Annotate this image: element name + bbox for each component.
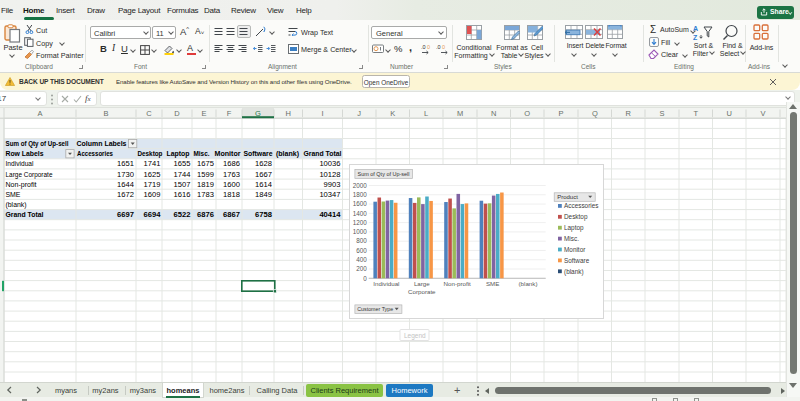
svg-text:1600: 1600 bbox=[223, 180, 240, 189]
svg-text:1655: 1655 bbox=[174, 159, 191, 168]
svg-text:1800: 1800 bbox=[352, 190, 367, 197]
svg-text:Desktop: Desktop bbox=[138, 149, 163, 158]
svg-text:1651: 1651 bbox=[117, 159, 134, 168]
svg-text:(blank): (blank) bbox=[276, 149, 299, 158]
svg-text:1672: 1672 bbox=[117, 190, 134, 199]
svg-text:L: L bbox=[424, 109, 428, 118]
svg-text:Monitor: Monitor bbox=[564, 245, 586, 252]
svg-text:1730: 1730 bbox=[117, 170, 134, 179]
svg-text:E: E bbox=[201, 109, 206, 118]
svg-text:Individual: Individual bbox=[373, 280, 399, 287]
svg-text:1763: 1763 bbox=[223, 170, 240, 179]
svg-text:6697: 6697 bbox=[117, 210, 134, 219]
svg-text:SME: SME bbox=[486, 280, 499, 287]
svg-text:D: D bbox=[174, 109, 180, 118]
svg-text:Grand Total: Grand Total bbox=[304, 149, 342, 158]
svg-text:Desktop: Desktop bbox=[564, 213, 588, 221]
svg-text:1744: 1744 bbox=[174, 170, 191, 179]
svg-text:Software: Software bbox=[564, 256, 590, 263]
svg-text:Non-profit: Non-profit bbox=[443, 280, 470, 287]
svg-text:Accessories: Accessories bbox=[77, 149, 113, 158]
svg-text:10036: 10036 bbox=[319, 159, 340, 168]
svg-text:1783: 1783 bbox=[197, 190, 214, 199]
svg-text:Monitor: Monitor bbox=[215, 149, 241, 158]
svg-text:F: F bbox=[227, 109, 232, 118]
svg-text:A: A bbox=[693, 25, 698, 32]
svg-text:Large Corporate: Large Corporate bbox=[6, 170, 53, 179]
svg-text:1818: 1818 bbox=[223, 190, 240, 199]
svg-text:.0: .0 bbox=[421, 44, 426, 50]
svg-text:1819: 1819 bbox=[197, 180, 214, 189]
svg-text:0: 0 bbox=[363, 274, 367, 281]
svg-text:0: 0 bbox=[442, 44, 445, 50]
svg-text:Product: Product bbox=[557, 194, 578, 200]
svg-text:Sum of Qty of Up-sell: Sum of Qty of Up-sell bbox=[6, 139, 69, 148]
svg-text:1609: 1609 bbox=[144, 190, 161, 199]
svg-text:.0: .0 bbox=[436, 44, 441, 50]
svg-text:1719: 1719 bbox=[144, 180, 161, 189]
svg-text:Sum of Qty of Up-sell: Sum of Qty of Up-sell bbox=[357, 171, 409, 177]
svg-text:Q: Q bbox=[592, 109, 598, 118]
svg-text:9903: 9903 bbox=[324, 180, 341, 189]
svg-text:800: 800 bbox=[356, 237, 367, 244]
svg-text:200: 200 bbox=[356, 265, 367, 272]
svg-text:1599: 1599 bbox=[197, 170, 214, 179]
svg-text:1675: 1675 bbox=[197, 159, 214, 168]
svg-text:T: T bbox=[694, 109, 699, 118]
svg-text:1628: 1628 bbox=[255, 159, 272, 168]
svg-text:1644: 1644 bbox=[117, 180, 134, 189]
svg-text:Software: Software bbox=[244, 149, 273, 158]
svg-text:M: M bbox=[457, 109, 463, 118]
svg-text:Individual: Individual bbox=[6, 159, 34, 168]
svg-text:A: A bbox=[37, 109, 42, 118]
svg-text:1200: 1200 bbox=[352, 218, 367, 225]
svg-text:Misc.: Misc. bbox=[194, 149, 210, 158]
svg-text:1686: 1686 bbox=[223, 159, 240, 168]
svg-text:Non-profit: Non-profit bbox=[6, 180, 38, 189]
svg-text:Corporate: Corporate bbox=[408, 287, 436, 294]
svg-text:Accessories: Accessories bbox=[564, 202, 598, 209]
svg-text:N: N bbox=[491, 109, 496, 118]
svg-text:1600: 1600 bbox=[352, 200, 367, 207]
svg-text:B: B bbox=[103, 109, 108, 118]
svg-text:400: 400 bbox=[356, 255, 367, 262]
svg-text:K: K bbox=[390, 109, 395, 118]
svg-text:Z: Z bbox=[693, 34, 698, 41]
svg-text:6867: 6867 bbox=[223, 210, 240, 219]
svg-text:Row Labels: Row Labels bbox=[6, 149, 44, 158]
svg-text:H: H bbox=[285, 109, 290, 118]
svg-text:1616: 1616 bbox=[174, 190, 191, 199]
svg-text:2000: 2000 bbox=[352, 181, 367, 188]
svg-text:J: J bbox=[357, 109, 361, 118]
svg-text:V: V bbox=[760, 109, 765, 118]
svg-text:1507: 1507 bbox=[174, 180, 191, 189]
svg-text:0: 0 bbox=[427, 44, 430, 50]
svg-text:S: S bbox=[659, 109, 664, 118]
svg-text:1849: 1849 bbox=[255, 190, 272, 199]
svg-text:1625: 1625 bbox=[144, 170, 161, 179]
svg-text:1400: 1400 bbox=[352, 209, 367, 216]
svg-text:1741: 1741 bbox=[144, 159, 161, 168]
svg-text:Customer Type: Customer Type bbox=[357, 306, 393, 312]
svg-text:6758: 6758 bbox=[255, 210, 272, 219]
svg-text:Column Labels: Column Labels bbox=[77, 139, 127, 148]
svg-text:1667: 1667 bbox=[255, 170, 272, 179]
svg-text:Laptop: Laptop bbox=[564, 224, 584, 232]
svg-text:Laptop: Laptop bbox=[167, 149, 190, 158]
svg-text:6522: 6522 bbox=[174, 210, 191, 219]
svg-text:(blank): (blank) bbox=[564, 267, 584, 275]
svg-text:Misc.: Misc. bbox=[564, 234, 579, 241]
svg-text:600: 600 bbox=[356, 246, 367, 253]
svg-text:10347: 10347 bbox=[319, 190, 340, 199]
svg-text:(blank): (blank) bbox=[6, 200, 27, 209]
svg-text:R: R bbox=[625, 109, 631, 118]
svg-text:6876: 6876 bbox=[197, 210, 214, 219]
svg-text:I: I bbox=[321, 109, 323, 118]
svg-text:U: U bbox=[726, 109, 731, 118]
svg-text:Grand Total: Grand Total bbox=[6, 210, 44, 219]
svg-text:10128: 10128 bbox=[319, 170, 340, 179]
svg-text:1614: 1614 bbox=[255, 180, 272, 189]
svg-text:Large: Large bbox=[414, 280, 430, 287]
svg-text:O: O bbox=[524, 109, 530, 118]
svg-text:6694: 6694 bbox=[144, 210, 162, 219]
